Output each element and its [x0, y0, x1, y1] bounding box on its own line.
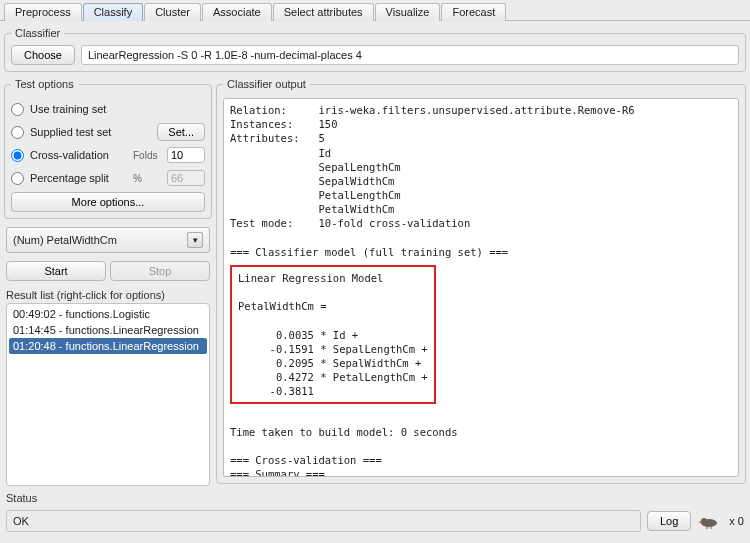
classifier-output-panel: Classifier output Relation: iris-weka.fi… [216, 78, 746, 484]
label-supplied-test-set: Supplied test set [30, 126, 111, 138]
output-header-text: Relation: iris-weka.filters.unsupervised… [224, 99, 738, 263]
label-training-set: Use training set [30, 103, 106, 115]
weka-bird-icon [697, 513, 723, 529]
result-item[interactable]: 01:20:48 - functions.LinearRegression [9, 338, 207, 354]
folds-input[interactable] [167, 147, 205, 163]
log-button[interactable]: Log [647, 511, 691, 531]
tab-cluster[interactable]: Cluster [144, 3, 201, 21]
svg-point-1 [701, 518, 707, 524]
top-tabs: Preprocess Classify Cluster Associate Se… [0, 0, 750, 20]
tab-select-attributes[interactable]: Select attributes [273, 3, 374, 21]
class-attribute-combo[interactable]: (Num) PetalWidthCm ▾ [6, 227, 210, 253]
tab-preprocess[interactable]: Preprocess [4, 3, 82, 21]
radio-percentage-split[interactable] [11, 172, 24, 185]
test-options-legend: Test options [11, 78, 78, 90]
status-text: OK [6, 510, 641, 532]
folds-label: Folds [133, 150, 163, 161]
chevron-down-icon: ▾ [187, 232, 203, 248]
more-options-button[interactable]: More options... [11, 192, 205, 212]
set-button[interactable]: Set... [157, 123, 205, 141]
percent-label: % [133, 173, 163, 184]
result-item[interactable]: 01:14:45 - functions.LinearRegression [9, 322, 207, 338]
radio-training-set[interactable] [11, 103, 24, 116]
classifier-output-area[interactable]: Relation: iris-weka.filters.unsupervised… [223, 98, 739, 477]
radio-cross-validation[interactable] [11, 149, 24, 162]
model-highlight-box: Linear Regression Model PetalWidthCm = 0… [230, 265, 436, 405]
classifier-command-input[interactable]: LinearRegression -S 0 -R 1.0E-8 -num-dec… [81, 45, 739, 65]
task-count: x 0 [729, 515, 744, 527]
result-list[interactable]: 00:49:02 - functions.Logistic 01:14:45 -… [6, 303, 210, 486]
test-options-panel: Test options Use training set Supplied t… [4, 78, 212, 219]
class-attribute-value: (Num) PetalWidthCm [13, 234, 117, 246]
percent-input [167, 170, 205, 186]
choose-button[interactable]: Choose [11, 45, 75, 65]
label-percentage-split: Percentage split [30, 172, 109, 184]
result-item[interactable]: 00:49:02 - functions.Logistic [9, 306, 207, 322]
tab-visualize[interactable]: Visualize [375, 3, 441, 21]
tab-classify[interactable]: Classify [83, 3, 144, 21]
tab-associate[interactable]: Associate [202, 3, 272, 21]
label-cross-validation: Cross-validation [30, 149, 109, 161]
classifier-output-legend: Classifier output [223, 78, 310, 90]
start-button[interactable]: Start [6, 261, 106, 281]
status-legend: Status [6, 492, 744, 504]
classifier-legend: Classifier [11, 27, 64, 39]
stop-button: Stop [110, 261, 210, 281]
output-summary-text: Time taken to build model: 0 seconds ===… [224, 406, 738, 477]
tab-forecast[interactable]: Forecast [441, 3, 506, 21]
classifier-panel: Classifier Choose LinearRegression -S 0 … [4, 27, 746, 72]
radio-supplied-test-set[interactable] [11, 126, 24, 139]
result-list-legend: Result list (right-click for options) [6, 289, 210, 301]
